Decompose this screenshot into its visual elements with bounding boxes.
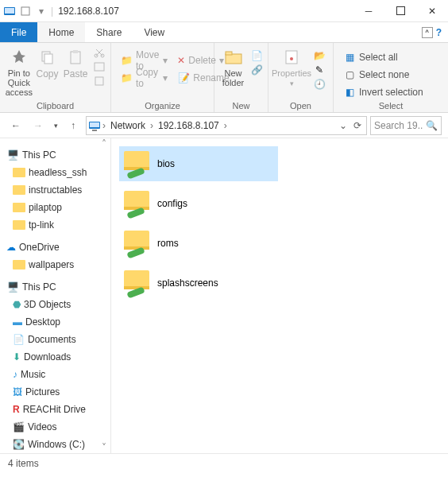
file-label: roms [157,238,179,249]
pin-quickaccess-button[interactable]: Pin to Quick access [5,46,33,97]
breadcrumb[interactable]: › Network › 192.168.8.107 › ⌄ ⟳ [86,116,367,135]
pin-label: Pin to Quick access [5,68,33,97]
explorer-icon [3,5,16,17]
recent-dropdown[interactable]: ▾ [51,116,60,135]
refresh-icon[interactable]: ⟳ [350,120,365,131]
nav-tree[interactable]: 🖥️This PC headless_ssh instructables pil… [0,138,111,453]
paste-button[interactable]: Paste [61,46,90,80]
open-icon[interactable]: 📂 [313,49,326,62]
tree-thispc[interactable]: 🖥️This PC [0,278,110,296]
crumb-host[interactable]: 192.168.8.107 [155,120,222,131]
tree-onedrive[interactable]: ☁OneDrive [0,238,110,256]
tree-item[interactable]: 🖼Pictures [0,383,110,401]
up-button[interactable]: ↑ [64,116,83,135]
file-item-roms[interactable]: roms [119,226,278,261]
address-dropdown-icon[interactable]: ⌄ [336,120,350,131]
tree-item[interactable]: instructables [0,181,110,199]
svg-rect-13 [226,52,232,55]
file-item-bios[interactable]: bios [119,146,278,181]
invertselection-button[interactable]: ◧Invert selection [342,84,425,100]
svg-rect-11 [95,77,103,85]
tree-item[interactable]: 🎬Videos [0,418,110,436]
qat-item-icon[interactable] [19,5,32,17]
tree-item[interactable]: ♪Music [0,366,110,383]
help-icon[interactable]: ? [436,27,442,38]
back-button[interactable]: ← [6,116,25,135]
tree-item[interactable]: headless_ssh [0,164,110,181]
tree-item[interactable]: ⬣3D Objects [0,296,110,313]
copyto-button[interactable]: 📁Copy to▾ [119,70,169,86]
copypath-icon[interactable] [93,60,106,73]
selectnone-icon: ▢ [343,68,356,81]
tab-file[interactable]: File [0,22,37,42]
file-item-splashscreens[interactable]: splashscreens [119,266,278,301]
address-bar: ← → ▾ ↑ › Network › 192.168.8.107 › ⌄ ⟳ … [0,113,448,138]
pasteshortcut-icon[interactable] [93,75,106,87]
newitem-icon[interactable]: 📄 [250,49,263,62]
tab-share[interactable]: Share [85,22,133,42]
tab-view[interactable]: View [133,22,176,42]
moveto-button[interactable]: 📁Move to▾ [119,52,169,68]
selectnone-button[interactable]: ▢Select none [342,67,425,83]
chevron-right-icon[interactable]: › [101,120,107,131]
properties-button[interactable]: Properties ▾ [273,46,310,87]
chevron-right-icon[interactable]: › [222,120,229,131]
chevron-right-icon[interactable]: › [149,120,155,131]
group-open-label: Open [268,101,333,112]
network-folder-icon [122,189,151,218]
tree-item[interactable]: RREACHit Drive [0,401,110,418]
ribbon-expand-button[interactable]: ^ [422,27,433,38]
newfolder-button[interactable]: New folder [219,46,247,87]
tree-item[interactable]: 💽Windows (C:) [0,436,110,453]
forward-button[interactable]: → [29,116,48,135]
tree-item[interactable]: ⬇Downloads [0,348,110,366]
reachit-icon: R [13,404,20,415]
tree-item[interactable]: 📄Documents [0,331,110,348]
search-input[interactable]: Search 19... 🔍 [370,116,442,135]
scroll-up-icon[interactable]: ˄ [102,138,106,149]
copy-button[interactable]: Copy [33,46,62,80]
tree-item[interactable]: wallpapers [0,256,110,273]
close-button[interactable]: ✕ [416,0,448,22]
documents-icon: 📄 [13,334,25,345]
easyaccess-icon[interactable]: 🔗 [250,64,263,76]
tree-item[interactable]: ▬Desktop [0,313,110,331]
history-icon[interactable]: 🕘 [313,78,326,91]
tree-item[interactable]: pilaptop [0,199,110,216]
search-icon: 🔍 [426,120,438,131]
dropdown-icon: ▾ [163,55,168,66]
qat-dropdown-icon[interactable]: ▾ [35,5,48,17]
newfolder-label: New folder [219,68,247,87]
crumb-network[interactable]: Network [107,120,149,131]
delete-icon: ✕ [177,55,185,66]
tree-thispc-top[interactable]: 🖥️This PC [0,146,110,164]
tree-scrollbar[interactable]: ˄˅ [98,138,110,453]
title-bar: ▾ | 192.168.8.107 ─ ✕ [0,0,448,22]
file-item-configs[interactable]: configs [119,186,278,221]
svg-rect-12 [226,54,241,64]
scroll-down-icon[interactable]: ˅ [102,442,106,453]
file-list[interactable]: bios configs roms splashscreens [111,138,448,453]
properties-icon [282,48,301,67]
music-icon: ♪ [13,369,17,380]
minimize-button[interactable]: ─ [353,0,384,22]
cut-icon[interactable] [93,46,106,59]
svg-rect-3 [396,7,404,15]
selectall-button[interactable]: ▦Select all [342,49,425,65]
paste-icon [66,48,85,67]
edit-icon[interactable]: ✎ [313,64,326,76]
folder-icon [13,203,25,212]
svg-rect-1 [5,8,14,14]
group-select-label: Select [334,101,448,112]
svg-point-15 [290,57,293,60]
pin-icon [10,48,29,67]
group-clipboard-label: Clipboard [0,101,110,112]
downloads-icon: ⬇ [13,351,21,363]
maximize-button[interactable] [384,0,416,22]
window-title: 192.168.8.107 [53,6,353,17]
tree-item[interactable]: tp-link [0,216,110,234]
tab-home[interactable]: Home [37,22,85,42]
status-text: 4 items [8,458,39,469]
copy-icon [38,48,57,67]
file-label: bios [157,158,175,169]
